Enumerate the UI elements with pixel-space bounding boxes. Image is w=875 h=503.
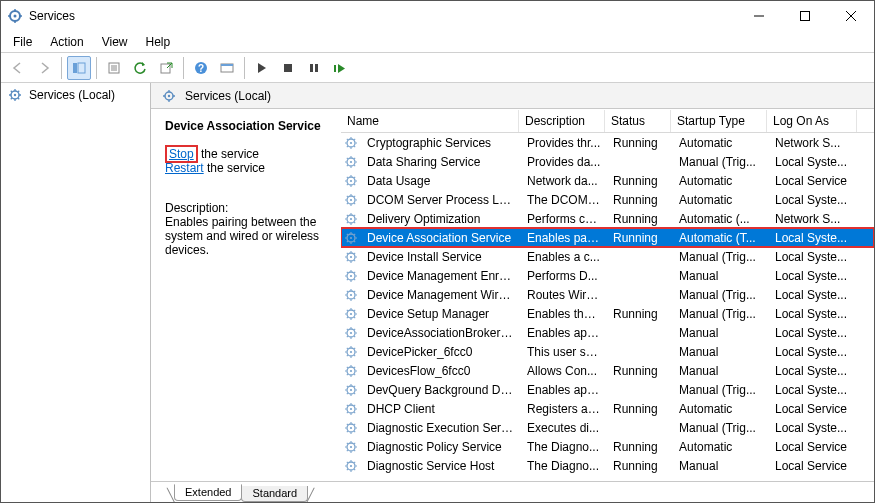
cell-name: DHCP Client xyxy=(361,402,521,416)
service-row[interactable]: DevicesFlow_6fcc0Allows Con...RunningMan… xyxy=(341,361,874,380)
cell-status: Running xyxy=(607,307,673,321)
service-row[interactable]: Diagnostic Policy ServiceThe Diagno...Ru… xyxy=(341,437,874,456)
restart-service-button[interactable] xyxy=(328,56,352,80)
back-button[interactable] xyxy=(6,56,30,80)
close-button[interactable] xyxy=(828,1,874,31)
restart-link[interactable]: Restart xyxy=(165,161,204,175)
col-log-on-as[interactable]: Log On As xyxy=(767,110,857,132)
cell-status: Running xyxy=(607,440,673,454)
col-name[interactable]: Name xyxy=(341,110,519,132)
gear-icon xyxy=(343,249,359,265)
minimize-button[interactable] xyxy=(736,1,782,31)
svg-line-210 xyxy=(354,442,355,443)
svg-line-209 xyxy=(347,450,348,451)
svg-rect-22 xyxy=(310,64,313,72)
cell-logon: Local Syste... xyxy=(769,288,859,302)
stop-service-button[interactable] xyxy=(276,56,300,80)
svg-rect-7 xyxy=(801,12,810,21)
svg-line-177 xyxy=(347,385,348,386)
cell-name: DevicesFlow_6fcc0 xyxy=(361,364,521,378)
service-rows[interactable]: Cryptographic ServicesProvides thr...Run… xyxy=(341,133,874,481)
cell-description: Enables app... xyxy=(521,383,607,397)
col-startup-type[interactable]: Startup Type xyxy=(671,110,767,132)
menubar: File Action View Help xyxy=(1,31,874,53)
menu-help[interactable]: Help xyxy=(138,33,179,51)
service-row[interactable]: Diagnostic Service HostThe Diagno...Runn… xyxy=(341,456,874,475)
svg-point-152 xyxy=(350,350,352,352)
help-button[interactable]: ? xyxy=(189,56,213,80)
service-row[interactable]: Diagnostic Execution ServiceExecutes di.… xyxy=(341,418,874,437)
svg-line-57 xyxy=(347,157,348,158)
cell-name: Cryptographic Services xyxy=(361,136,521,150)
service-row[interactable]: Delivery OptimizationPerforms co...Runni… xyxy=(341,209,874,228)
menu-view[interactable]: View xyxy=(94,33,136,51)
start-service-button[interactable] xyxy=(250,56,274,80)
svg-line-219 xyxy=(347,469,348,470)
svg-point-122 xyxy=(350,293,352,295)
refresh-button[interactable] xyxy=(128,56,152,80)
services-app-icon xyxy=(7,8,23,24)
cell-description: Executes di... xyxy=(521,421,607,435)
svg-line-139 xyxy=(347,317,348,318)
tree-root[interactable]: Services (Local) xyxy=(1,83,150,107)
service-row[interactable]: DCOM Server Process Laun...The DCOML...R… xyxy=(341,190,874,209)
gear-icon xyxy=(343,135,359,151)
cell-logon: Local Syste... xyxy=(769,193,859,207)
gear-icon xyxy=(343,287,359,303)
menu-action[interactable]: Action xyxy=(42,33,91,51)
svg-line-117 xyxy=(347,271,348,272)
svg-line-217 xyxy=(347,461,348,462)
service-row[interactable]: Data UsageNetwork da...RunningAutomaticL… xyxy=(341,171,874,190)
cell-name: DevicePicker_6fcc0 xyxy=(361,345,521,359)
service-row[interactable]: Device Setup ManagerEnables the ...Runni… xyxy=(341,304,874,323)
svg-line-120 xyxy=(354,271,355,272)
main-area: Services (Local) Services (Local) Device… xyxy=(1,83,874,502)
service-row[interactable]: Cryptographic ServicesProvides thr...Run… xyxy=(341,133,874,152)
forward-button[interactable] xyxy=(32,56,56,80)
cell-logon: Local Syste... xyxy=(769,326,859,340)
svg-point-26 xyxy=(14,94,16,96)
service-row[interactable]: Device Association ServiceEnables pair..… xyxy=(341,228,874,247)
svg-point-92 xyxy=(350,236,352,238)
tab-extended[interactable]: Extended xyxy=(174,484,242,501)
svg-line-33 xyxy=(11,98,12,99)
svg-line-129 xyxy=(347,298,348,299)
pause-service-button[interactable] xyxy=(302,56,326,80)
svg-rect-23 xyxy=(315,64,318,72)
cell-logon: Network S... xyxy=(769,212,859,226)
service-row[interactable]: Device Install ServiceEnables a c...Manu… xyxy=(341,247,874,266)
svg-line-49 xyxy=(347,146,348,147)
maximize-button[interactable] xyxy=(782,1,828,31)
col-description[interactable]: Description xyxy=(519,110,605,132)
tab-standard[interactable]: Standard xyxy=(241,486,308,502)
cell-logon: Network S... xyxy=(769,136,859,150)
export-button[interactable] xyxy=(154,56,178,80)
menu-file[interactable]: File xyxy=(5,33,40,51)
cell-startup: Manual xyxy=(673,364,769,378)
show-hide-action-button[interactable] xyxy=(215,56,239,80)
svg-line-78 xyxy=(354,203,355,204)
show-hide-tree-button[interactable] xyxy=(67,56,91,80)
service-row[interactable]: Device Management Wirele...Routes Wire..… xyxy=(341,285,874,304)
cell-startup: Automatic (T... xyxy=(673,231,769,245)
properties-button[interactable] xyxy=(102,56,126,80)
svg-line-170 xyxy=(354,366,355,367)
service-row[interactable]: DeviceAssociationBroker_6f...Enables app… xyxy=(341,323,874,342)
service-row[interactable]: Data Sharing ServiceProvides da...Manual… xyxy=(341,152,874,171)
cell-status: Running xyxy=(607,174,673,188)
service-row[interactable]: Device Management Enroll...Performs D...… xyxy=(341,266,874,285)
svg-line-99 xyxy=(347,241,348,242)
cell-status: Running xyxy=(607,193,673,207)
svg-line-100 xyxy=(354,233,355,234)
cell-startup: Manual xyxy=(673,459,769,473)
service-row[interactable]: DevQuery Background Disc...Enables app..… xyxy=(341,380,874,399)
gear-icon xyxy=(343,325,359,341)
svg-line-127 xyxy=(347,290,348,291)
cell-description: This user ser... xyxy=(521,345,607,359)
description-text: Enables pairing between the system and w… xyxy=(165,215,333,257)
svg-line-220 xyxy=(354,461,355,462)
service-row[interactable]: DevicePicker_6fcc0This user ser...Manual… xyxy=(341,342,874,361)
col-status[interactable]: Status xyxy=(605,110,671,132)
service-row[interactable]: DHCP ClientRegisters an...RunningAutomat… xyxy=(341,399,874,418)
svg-line-47 xyxy=(347,138,348,139)
